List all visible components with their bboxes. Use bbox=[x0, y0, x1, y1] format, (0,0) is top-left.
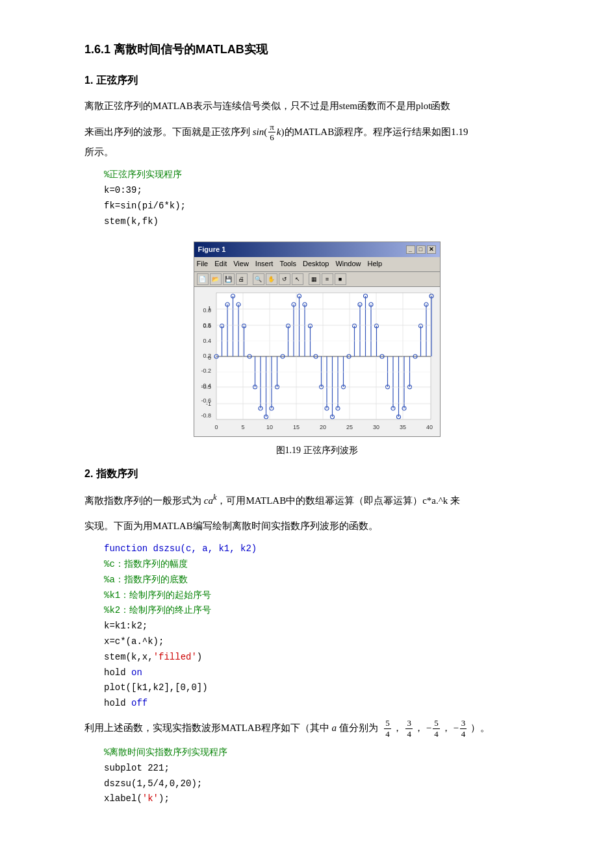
svg-text:5: 5 bbox=[241, 424, 244, 430]
toolbar-rotate-icon[interactable]: ↺ bbox=[279, 273, 290, 285]
menu-desktop[interactable]: Desktop bbox=[303, 258, 329, 271]
maximize-button[interactable]: □ bbox=[416, 245, 426, 254]
close-button[interactable]: ✕ bbox=[427, 245, 436, 254]
paragraph-2-2: 实现。下面为用MATLAB编写绘制离散时间实指数序列波形的函数。 bbox=[84, 517, 549, 536]
svg-text:20: 20 bbox=[319, 424, 326, 430]
matlab-figure-container: Figure 1 _ □ ✕ File Edit View Insert Too… bbox=[84, 242, 549, 459]
code3-subplot-line: subplot 221; bbox=[104, 761, 549, 776]
svg-text:-0.6: -0.6 bbox=[201, 397, 211, 404]
code2-plot-line: plot([k1,k2],[0,0]) bbox=[104, 680, 549, 696]
paragraph-1-3: 所示。 bbox=[84, 143, 549, 162]
svg-text:-0.8: -0.8 bbox=[201, 412, 211, 419]
toolbar-pan-icon[interactable]: ✋ bbox=[266, 273, 277, 285]
code2-stem-line: stem(k,x,'filled') bbox=[104, 650, 549, 665]
code-block-2: function dszsu(c, a, k1, k2) %c：指数序列的幅度 … bbox=[104, 541, 549, 712]
menu-tools[interactable]: Tools bbox=[279, 258, 296, 271]
toolbar-cursor-icon[interactable]: ↖ bbox=[292, 273, 303, 285]
figure-caption: 图1.19 正弦序列波形 bbox=[276, 442, 358, 458]
menu-edit[interactable]: Edit bbox=[214, 258, 227, 271]
code2-c1-line: %c：指数序列的幅度 bbox=[104, 557, 549, 573]
code-block-1: %正弦序列实现程序 k=0:39; fk=sin(pi/6*k); stem(k… bbox=[104, 167, 549, 229]
figure-toolbar: 📄 📂 💾 🖨 🔍 ✋ ↺ ↖ ▦ ≡ ■ bbox=[194, 272, 440, 287]
code2-x-line: x=c*(a.^k); bbox=[104, 634, 549, 650]
paragraph-1-2: 来画出序列的波形。下面就是正弦序列 sin(π6k)的MATLAB源程序。程序运… bbox=[84, 122, 549, 143]
code2-func-line: function dszsu(c, a, k1, k2) bbox=[104, 541, 549, 557]
svg-text:0.8: 0.8 bbox=[203, 307, 211, 314]
svg-text:-0.4: -0.4 bbox=[201, 382, 211, 389]
figure-menubar: File Edit View Insert Tools Desktop Wind… bbox=[194, 257, 440, 272]
code3-dszsu1-line: dszsu(1,5/4,0,20); bbox=[104, 776, 549, 792]
code3-comment-line: %离散时间实指数序列实现程序 bbox=[104, 745, 549, 761]
code2-c2-line: %a：指数序列的底数 bbox=[104, 573, 549, 588]
svg-text:0.2: 0.2 bbox=[203, 353, 211, 359]
figure-titlebar: Figure 1 _ □ ✕ bbox=[194, 242, 440, 258]
svg-text:40: 40 bbox=[426, 424, 432, 430]
paragraph-3-1: 利用上述函数，实现实指数波形MATLAB程序如下（其中 a 值分别为 54， 3… bbox=[84, 718, 549, 739]
figure-title: Figure 1 bbox=[198, 243, 226, 256]
subsection1-title: 1. 正弦序列 bbox=[84, 71, 549, 90]
code-line-stem: stem(k,fk) bbox=[104, 214, 549, 230]
code-line-k: k=0:39; bbox=[104, 183, 549, 199]
minimize-button[interactable]: _ bbox=[406, 245, 415, 254]
toolbar-zoom-icon[interactable]: 🔍 bbox=[253, 273, 264, 285]
menu-insert[interactable]: Insert bbox=[255, 258, 274, 271]
svg-text:0.4: 0.4 bbox=[203, 338, 211, 344]
paragraph-1-1: 离散正弦序列的MATLAB表示与连续信号类似，只不过是用stem函数而不是用pl… bbox=[84, 97, 549, 116]
titlebar-buttons[interactable]: _ □ ✕ bbox=[406, 245, 436, 254]
toolbar-print-icon[interactable]: 🖨 bbox=[236, 273, 248, 285]
svg-text:35: 35 bbox=[399, 424, 405, 430]
code-line-fk: fk=sin(pi/6*k); bbox=[104, 199, 549, 214]
code2-c4-line: %k2：绘制序列的终止序号 bbox=[104, 603, 549, 619]
menu-window[interactable]: Window bbox=[335, 258, 361, 271]
svg-text:25: 25 bbox=[346, 424, 352, 430]
svg-text:0: 0 bbox=[214, 424, 218, 430]
toolbar-open-icon[interactable]: 📂 bbox=[210, 273, 222, 285]
subsection2-title: 2. 指数序列 bbox=[84, 465, 549, 484]
menu-file[interactable]: File bbox=[197, 258, 209, 271]
stem-plot-svg: 0 0.5 1 -0.5 -1 0 5 10 15 20 25 bbox=[197, 290, 437, 434]
menu-view[interactable]: View bbox=[233, 258, 249, 271]
svg-text:30: 30 bbox=[372, 424, 379, 430]
section-title: 1.6.1 离散时间信号的MATLAB实现 bbox=[84, 39, 549, 60]
menu-help[interactable]: Help bbox=[368, 258, 383, 271]
toolbar-save-icon[interactable]: 💾 bbox=[223, 273, 235, 285]
code-block-3: %离散时间实指数序列实现程序 subplot 221; dszsu(1,5/4,… bbox=[104, 745, 549, 807]
figure-plot-area: 0 0.5 1 -0.5 -1 0 5 10 15 20 25 bbox=[194, 287, 440, 436]
svg-text:0.6: 0.6 bbox=[203, 323, 211, 329]
code2-c3-line: %k1：绘制序列的起始序号 bbox=[104, 588, 549, 604]
svg-text:10: 10 bbox=[266, 424, 272, 430]
toolbar-color-icon[interactable]: ■ bbox=[335, 273, 346, 285]
paragraph-2-1: 离散指数序列的一般形式为 cak，可用MATLAB中的数组幂运算（即点幂运算）c… bbox=[84, 490, 549, 510]
code3-xlabel-line: xlabel('k'); bbox=[104, 791, 549, 807]
toolbar-grid-icon[interactable]: ▦ bbox=[309, 273, 320, 285]
svg-text:15: 15 bbox=[292, 424, 299, 430]
code-comment-1: %正弦序列实现程序 bbox=[104, 167, 549, 183]
figure-window: Figure 1 _ □ ✕ File Edit View Insert Too… bbox=[194, 242, 441, 438]
toolbar-legend-icon[interactable]: ≡ bbox=[322, 273, 333, 285]
code2-hold1-line: hold on bbox=[104, 665, 549, 681]
toolbar-new-icon[interactable]: 📄 bbox=[197, 273, 209, 285]
svg-text:-0.2: -0.2 bbox=[201, 367, 211, 374]
code2-hold2-line: hold off bbox=[104, 696, 549, 712]
code2-k-line: k=k1:k2; bbox=[104, 619, 549, 634]
